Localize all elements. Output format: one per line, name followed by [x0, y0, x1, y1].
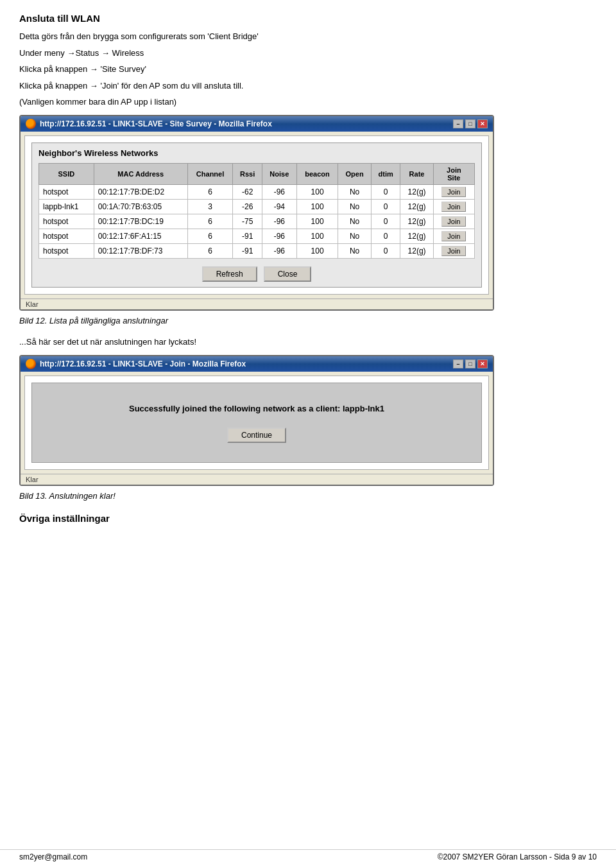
- cell-join[interactable]: Join: [433, 243, 474, 258]
- col-dtim: dtim: [371, 163, 400, 184]
- cell-rate: 12(g): [400, 199, 433, 214]
- cell-mac: 00:12:17:7B:DF:73: [94, 243, 187, 258]
- col-join-site: JoinSite: [433, 163, 474, 184]
- intro-line-3: Klicka på knappen → 'Site Survey': [19, 63, 597, 76]
- cell-dtim: 0: [371, 243, 400, 258]
- cell-noise: -96: [262, 243, 296, 258]
- cell-mac: 00:1A:70:7B:63:05: [94, 199, 187, 214]
- cell-ssid: lappb-lnk1: [39, 199, 94, 214]
- browser-content-2: Successfully joined the following networ…: [24, 376, 489, 471]
- cell-rate: 12(g): [400, 243, 433, 258]
- networks-table: SSID MAC Address Channel Rssi Noise beac…: [38, 163, 475, 259]
- browser-titlebar-2: http://172.16.92.51 - LINK1-SLAVE - Join…: [21, 356, 493, 372]
- close-button-2[interactable]: ✕: [477, 359, 488, 368]
- table-row: hotspot 00:12:17:7B:DF:73 6 -91 -96 100 …: [39, 243, 475, 258]
- table-row: hotspot 00:12:17:7B:DE:D2 6 -62 -96 100 …: [39, 184, 475, 199]
- cell-beacon: 100: [296, 229, 338, 243]
- cell-dtim: 0: [371, 199, 400, 214]
- browser-window-2: http://172.16.92.51 - LINK1-SLAVE - Join…: [19, 355, 494, 487]
- caption-2: Bild 13. Anslutningen klar!: [19, 490, 597, 503]
- cell-dtim: 0: [371, 229, 400, 243]
- networks-section: Neighbor's Wireless Networks SSID MAC Ad…: [31, 143, 482, 288]
- cell-beacon: 100: [296, 214, 338, 229]
- cell-rate: 12(g): [400, 184, 433, 199]
- intro-line-1: Detta görs från den brygga som configure…: [19, 30, 597, 43]
- minimize-button-2[interactable]: –: [453, 359, 463, 368]
- cell-beacon: 100: [296, 243, 338, 258]
- browser-content-1: Neighbor's Wireless Networks SSID MAC Ad…: [24, 135, 489, 295]
- maximize-button-1[interactable]: □: [465, 119, 475, 128]
- maximize-button-2[interactable]: □: [465, 359, 475, 368]
- col-rate: Rate: [400, 163, 433, 184]
- cell-mac: 00:12:17:7B:DC:19: [94, 214, 187, 229]
- col-mac: MAC Address: [94, 163, 187, 184]
- cell-rate: 12(g): [400, 229, 433, 243]
- cell-rssi: -91: [233, 243, 262, 258]
- table-row: hotspot 00:12:17:7B:DC:19 6 -75 -96 100 …: [39, 214, 475, 229]
- cell-rssi: -75: [233, 214, 262, 229]
- col-channel: Channel: [187, 163, 233, 184]
- cell-open: No: [338, 243, 372, 258]
- cell-open: No: [338, 199, 372, 214]
- cell-open: No: [338, 229, 372, 243]
- cell-channel: 6: [187, 229, 233, 243]
- join-button[interactable]: Join: [441, 231, 466, 241]
- cell-join[interactable]: Join: [433, 214, 474, 229]
- browser-title-2: http://172.16.92.51 - LINK1-SLAVE - Join…: [40, 359, 246, 368]
- intro-line-4: Klicka på knappen → 'Join' för den AP so…: [19, 80, 597, 92]
- cell-join[interactable]: Join: [433, 199, 474, 214]
- col-beacon: beacon: [296, 163, 338, 184]
- cell-beacon: 100: [296, 199, 338, 214]
- browser-titlebar-1: http://172.16.92.51 - LINK1-SLAVE - Site…: [21, 116, 493, 132]
- cell-join[interactable]: Join: [433, 229, 474, 243]
- col-rssi: Rssi: [233, 163, 262, 184]
- section2-title: Övriga inställningar: [19, 513, 597, 524]
- cell-rssi: -91: [233, 229, 262, 243]
- cell-mac: 00:12:17:6F:A1:15: [94, 229, 187, 243]
- cell-noise: -96: [262, 229, 296, 243]
- cell-dtim: 0: [371, 184, 400, 199]
- cell-join[interactable]: Join: [433, 184, 474, 199]
- cell-noise: -94: [262, 199, 296, 214]
- browser-statusbar-2: Klar: [21, 474, 493, 485]
- intro-line-5: (Vanligen kommer bara din AP upp i lista…: [19, 96, 597, 108]
- cell-noise: -96: [262, 214, 296, 229]
- continue-button[interactable]: Continue: [227, 428, 286, 443]
- cell-ssid: hotspot: [39, 184, 94, 199]
- cell-beacon: 100: [296, 184, 338, 199]
- cell-rssi: -26: [233, 199, 262, 214]
- refresh-button[interactable]: Refresh: [202, 266, 257, 282]
- table-row: lappb-lnk1 00:1A:70:7B:63:05 3 -26 -94 1…: [39, 199, 475, 214]
- cell-mac: 00:12:17:7B:DE:D2: [94, 184, 187, 199]
- cell-channel: 3: [187, 199, 233, 214]
- join-button[interactable]: Join: [441, 187, 466, 197]
- cell-channel: 6: [187, 214, 233, 229]
- networks-section-title: Neighbor's Wireless Networks: [38, 148, 475, 158]
- join-button[interactable]: Join: [441, 246, 466, 256]
- join-button[interactable]: Join: [441, 202, 466, 212]
- cell-ssid: hotspot: [39, 243, 94, 258]
- join-success-dialog: Successfully joined the following networ…: [31, 383, 482, 463]
- cell-rssi: -62: [233, 184, 262, 199]
- close-button[interactable]: Close: [264, 266, 312, 282]
- browser-statusbar-1: Klar: [21, 298, 493, 309]
- note-text: ...Så här ser det ut när anslutningen ha…: [19, 336, 597, 349]
- join-button[interactable]: Join: [441, 216, 466, 227]
- caption-1: Bild 12. Lista på tillgängliga anslutnin…: [19, 315, 597, 327]
- browser-title-1: http://172.16.92.51 - LINK1-SLAVE - Site…: [40, 119, 272, 128]
- firefox-icon-2: [26, 359, 36, 369]
- join-success-message: Successfully joined the following networ…: [45, 402, 468, 415]
- intro-line-2: Under meny →Status → Wireless: [19, 47, 597, 60]
- col-noise: Noise: [262, 163, 296, 184]
- networks-button-row: Refresh Close: [38, 266, 475, 282]
- minimize-button-1[interactable]: –: [453, 119, 463, 128]
- close-button-1[interactable]: ✕: [477, 119, 488, 128]
- firefox-icon-1: [26, 119, 36, 129]
- cell-open: No: [338, 184, 372, 199]
- cell-rate: 12(g): [400, 214, 433, 229]
- table-row: hotspot 00:12:17:6F:A1:15 6 -91 -96 100 …: [39, 229, 475, 243]
- cell-channel: 6: [187, 243, 233, 258]
- col-open: Open: [338, 163, 372, 184]
- cell-ssid: hotspot: [39, 214, 94, 229]
- browser-window-1: http://172.16.92.51 - LINK1-SLAVE - Site…: [19, 115, 494, 311]
